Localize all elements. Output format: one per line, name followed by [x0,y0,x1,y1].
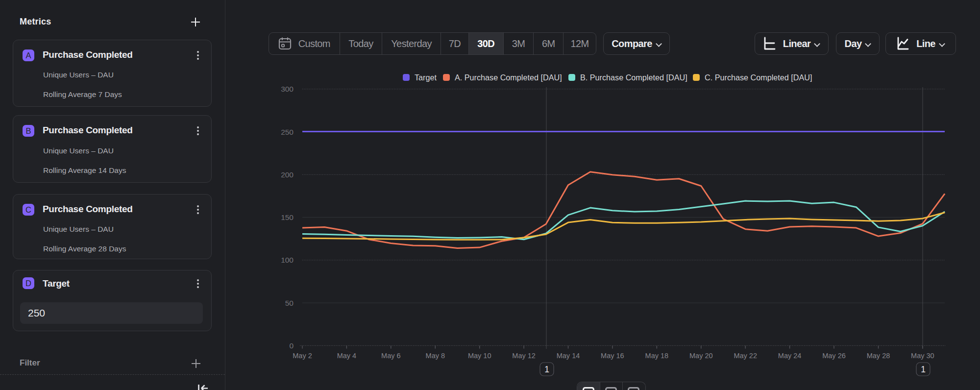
svg-text:May 28: May 28 [867,352,890,360]
svg-text:May 6: May 6 [381,352,401,360]
svg-text:May 22: May 22 [734,352,757,360]
svg-text:150: 150 [281,213,294,221]
svg-text:0: 0 [289,341,294,350]
svg-text:1: 1 [921,365,926,374]
svg-text:May 2: May 2 [293,352,312,360]
svg-text:100: 100 [281,256,294,264]
svg-text:May 20: May 20 [689,352,713,360]
svg-text:May 24: May 24 [778,352,802,360]
svg-text:May 30: May 30 [911,352,934,360]
svg-text:May 8: May 8 [426,352,445,360]
svg-text:300: 300 [281,85,294,93]
svg-text:May 18: May 18 [645,352,669,360]
svg-text:May 26: May 26 [822,352,846,360]
svg-text:1: 1 [544,365,549,374]
svg-text:May 16: May 16 [601,352,624,360]
svg-text:250: 250 [281,128,294,136]
svg-text:May 4: May 4 [337,352,357,360]
svg-text:50: 50 [285,299,294,307]
svg-text:May 10: May 10 [468,352,491,360]
svg-text:May 12: May 12 [512,352,536,360]
svg-text:200: 200 [281,171,294,179]
svg-text:May 14: May 14 [557,352,580,360]
